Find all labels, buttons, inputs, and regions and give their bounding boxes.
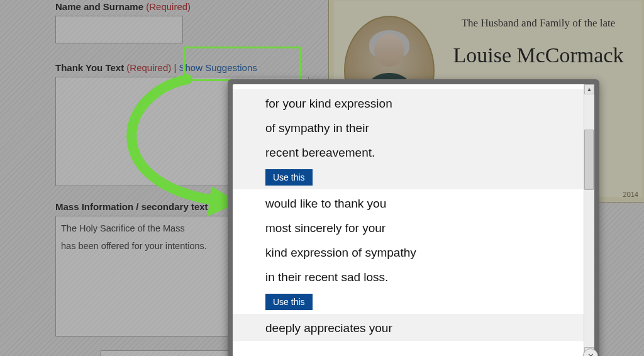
suggestion-item: would like to thank you most sincerely f…	[233, 189, 584, 314]
scroll-thumb[interactable]	[584, 130, 594, 190]
suggestions-list: for your kind expression of sympathy in …	[233, 84, 584, 356]
modal-close-button[interactable]: ✕	[583, 348, 598, 356]
suggestions-modal: for your kind expression of sympathy in …	[228, 79, 599, 356]
scrollbar[interactable]: ▲ ▼	[584, 84, 594, 356]
use-this-button[interactable]: Use this	[265, 294, 313, 310]
suggestion-line: most sincerely for your	[265, 216, 569, 241]
suggestions-modal-inner: for your kind expression of sympathy in …	[233, 84, 594, 356]
use-this-button[interactable]: Use this	[265, 169, 313, 186]
suggestion-line: would like to thank you	[265, 192, 569, 216]
suggestion-line: for your kind expression	[265, 92, 569, 116]
suggestion-item: for your kind expression of sympathy in …	[233, 89, 584, 189]
suggestion-line: of sympathy in their	[265, 116, 569, 141]
suggestion-line: recent bereavement.	[265, 141, 569, 165]
suggestion-item: deeply appreciates your	[233, 314, 584, 341]
suggestion-line: kind expression of sympathy	[265, 241, 569, 265]
scroll-up-arrow-icon[interactable]: ▲	[584, 84, 594, 94]
suggestion-line: in their recent sad loss.	[265, 265, 569, 290]
suggestion-line: deeply appreciates your	[265, 316, 569, 341]
close-icon: ✕	[587, 352, 594, 357]
